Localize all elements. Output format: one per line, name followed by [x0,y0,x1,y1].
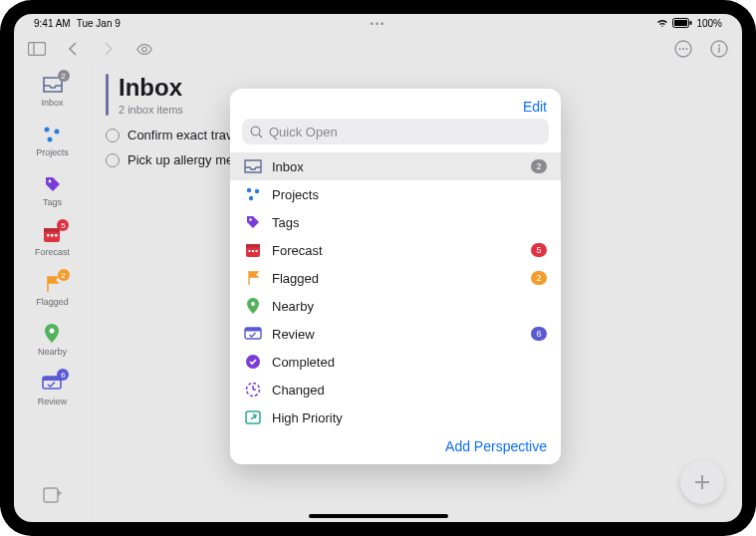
sidebar-item-label: Projects [36,147,69,157]
svg-rect-36 [249,250,251,252]
svg-rect-37 [252,250,254,252]
sidebar-toggle-icon[interactable] [28,40,46,58]
quick-open-icon [42,484,64,506]
forward-icon[interactable] [100,40,118,58]
svg-point-28 [251,127,260,135]
task-checkbox[interactable] [106,153,120,167]
svg-point-14 [55,130,60,134]
svg-rect-20 [51,234,54,237]
screen: 9:41 AM Tue Jan 9 ••• 100% [14,14,742,522]
perspective-label: Forecast [272,243,323,258]
back-icon[interactable] [64,40,82,58]
sidebar-item-label: Tags [43,197,62,207]
perspective-list: Inbox 2 Projects Tags Forecast 5 [230,152,561,428]
perspective-label: High Priority [272,410,343,425]
sidebar-item-projects[interactable]: Projects [36,124,69,157]
perspective-item-high-priority[interactable]: High Priority [230,403,561,428]
svg-point-8 [682,48,684,50]
more-icon[interactable] [674,40,692,58]
toolbar [14,32,742,66]
high-priority-icon [244,408,262,426]
battery-icon [672,18,692,28]
multitasking-dots[interactable]: ••• [371,19,385,29]
count-badge: 2 [531,271,547,285]
eye-icon[interactable] [135,40,153,58]
status-time: 9:41 AM [34,18,71,29]
sidebar-quick-open[interactable] [42,484,64,506]
svg-point-9 [686,48,688,50]
perspective-item-changed[interactable]: Changed [230,376,561,403]
svg-rect-25 [44,488,58,502]
perspective-item-tags[interactable]: Tags [230,208,561,236]
perspective-item-nearby[interactable]: Nearby [230,292,561,320]
perspective-item-inbox[interactable]: Inbox 2 [230,152,561,180]
tags-icon [42,173,64,195]
svg-point-11 [718,45,720,47]
search-icon [250,126,263,138]
perspective-label: Nearby [272,299,314,314]
svg-point-22 [50,329,55,334]
svg-rect-3 [29,43,46,56]
perspective-label: Changed [272,383,325,398]
svg-rect-38 [256,250,258,252]
perspective-item-forecast[interactable]: Forecast 5 [230,236,561,264]
perspective-item-projects[interactable]: Projects [230,180,561,208]
sidebar-item-nearby[interactable]: Nearby [38,323,67,357]
review-icon [244,325,262,343]
svg-rect-19 [47,234,50,237]
svg-point-5 [142,47,147,52]
sidebar-item-forecast[interactable]: 5 Forecast [35,223,70,257]
wifi-icon [656,18,668,28]
page-title: Inbox [119,74,183,102]
perspective-label: Projects [272,187,319,202]
perspective-item-flagged[interactable]: Flagged 2 [230,264,561,292]
new-item-button[interactable] [680,460,724,504]
sidebar-item-review[interactable]: 6 Review [38,373,68,406]
svg-point-16 [48,180,51,183]
page-subtitle: 2 inbox items [119,104,183,116]
svg-point-15 [48,137,53,142]
perspective-label: Inbox [272,159,304,174]
svg-point-32 [249,196,253,200]
count-badge: 6 [531,327,547,341]
completed-icon [244,353,262,371]
perspective-item-completed[interactable]: Completed [230,348,561,376]
svg-rect-35 [246,244,260,248]
status-battery: 100% [696,18,722,29]
sidebar-item-label: Nearby [38,347,67,357]
tags-icon [244,213,262,231]
sidebar-item-label: Inbox [41,98,63,108]
svg-rect-2 [690,21,692,25]
svg-line-29 [259,134,262,137]
nearby-icon [41,323,63,345]
info-icon[interactable] [710,40,728,58]
svg-rect-27 [58,491,59,496]
search-placeholder: Quick Open [269,125,338,139]
flagged-icon: 2 [42,273,64,295]
flagged-icon [244,269,262,287]
home-indicator[interactable] [309,514,448,518]
sidebar: 2 Inbox Projects Tags 5 Fo [14,66,92,522]
forecast-icon [244,241,262,259]
svg-rect-12 [718,48,719,54]
sidebar-item-tags[interactable]: Tags [42,173,64,207]
perspective-label: Tags [272,215,299,230]
nearby-icon [244,297,262,315]
svg-point-39 [251,302,255,306]
changed-icon [244,381,262,399]
task-checkbox[interactable] [106,129,120,142]
inbox-icon: 2 [42,74,64,96]
forecast-icon: 5 [41,223,63,245]
search-input[interactable]: Quick Open [242,119,549,144]
perspective-item-review[interactable]: Review 6 [230,320,561,348]
plus-icon [692,472,712,492]
svg-point-13 [45,128,50,133]
edit-button[interactable]: Edit [523,99,547,115]
sidebar-item-inbox[interactable]: 2 Inbox [41,74,63,108]
count-badge: 5 [531,243,547,257]
add-perspective-button[interactable]: Add Perspective [230,428,561,464]
svg-point-7 [679,48,681,50]
sidebar-item-flagged[interactable]: 2 Flagged [36,273,69,307]
svg-rect-1 [674,20,687,26]
sidebar-item-label: Review [38,397,68,406]
